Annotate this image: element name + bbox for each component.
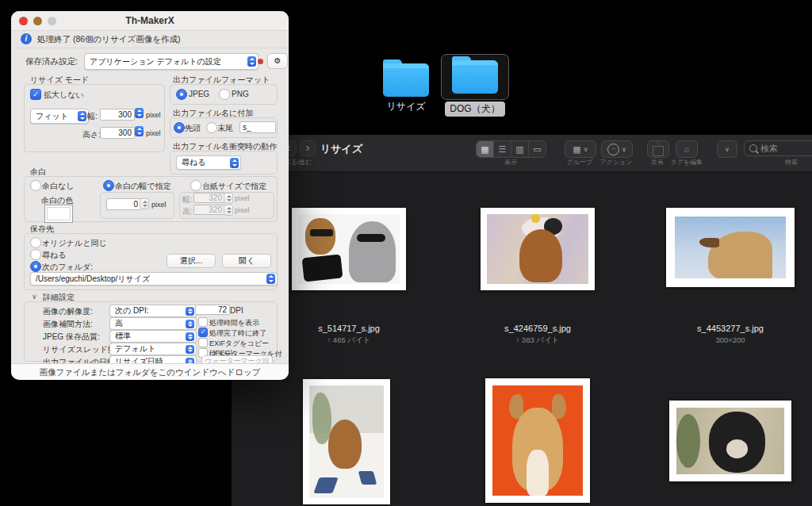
width-label: 幅: [87,111,98,122]
photo-shape [349,221,396,282]
no-margin-radio[interactable] [30,180,41,191]
search-placeholder: 検索 [760,143,778,155]
folder-label[interactable]: リサイズ [374,100,438,113]
thumbnail-image[interactable] [298,214,400,284]
height-input[interactable] [100,127,135,139]
forward-icon: › [306,140,310,154]
view-switcher[interactable]: ▦ ☰ ▥ ▭ [476,140,546,158]
quality-value: 標準 [115,331,131,342]
paper-w-label: 幅: [182,194,193,205]
info-icon: i [21,33,32,44]
thumbnail-dog-cat-selfie[interactable] [292,208,406,290]
margin-width-radio[interactable] [103,180,114,191]
thumbnail-image[interactable] [309,385,384,498]
search-icon [749,144,757,152]
photo-shape [328,420,361,469]
margin-width-label: 余白の幅で指定 [115,181,170,192]
forward-button[interactable]: › [300,140,316,156]
dpi-input[interactable] [195,305,230,315]
show-time-checkbox[interactable] [198,317,208,327]
file-name[interactable]: s_4453277_s.jpg [659,324,802,333]
paper-size-radio[interactable] [190,180,201,191]
png-radio[interactable] [219,89,230,100]
thumbnail-dog-cow-costume[interactable] [481,208,595,290]
thumbnail-image[interactable] [676,408,784,474]
toolbar-overflow-button[interactable]: ∨ [717,140,737,158]
resolution-label: 画像の解像度: [43,306,93,317]
file-name[interactable]: s_514717_s.jpg [278,324,420,333]
prefix-label: 先頭 [185,123,201,134]
width-unit: pixel [146,111,161,119]
resolution-popup[interactable]: 次の DPI: [109,305,197,317]
drop-hint-bar[interactable]: 画像ファイルまたはフォルダをこのウインドウへドロップ [11,363,289,380]
share-button: ↑ [647,140,669,158]
quality-popup[interactable]: 標準 [109,330,197,343]
fit-mode-popup[interactable]: フィット [30,109,89,124]
folder-icon[interactable] [452,60,498,94]
thumbnail-black-dog-sand[interactable] [669,401,791,481]
file-meta: 300×200 [659,335,802,344]
conflict-popup[interactable]: 尋ねる [176,155,241,170]
height-stepper[interactable] [135,126,144,136]
ask-folder-radio[interactable] [30,249,41,260]
check-icon: ✓ [33,90,39,98]
finder-toolbar[interactable]: ‹ › 戻る/進む リサイズ ▦ ☰ ▥ ▭ 表示 ▦∨ グループ ···∨ ア… [232,135,812,172]
next-folder-radio[interactable] [30,261,41,272]
photo-shape [699,238,719,247]
share-icon: ↑ [653,146,664,156]
file-name[interactable]: s_4246759_s.jpg [466,324,609,333]
drop-hint-text: 画像ファイルまたはフォルダをこのウインドウへドロップ [40,367,261,377]
disclosure-triangle-icon[interactable]: ∨ [32,293,37,301]
interp-popup[interactable]: 高 [109,317,197,330]
margin-width-stepper[interactable] [140,198,149,209]
action-button[interactable]: ···∨ [601,140,633,158]
thumbnail-image[interactable] [675,217,786,278]
search-input[interactable]: 検索 [744,140,812,156]
grid-view-icon[interactable]: ▦ [477,141,493,157]
margin-width-input[interactable] [106,198,141,210]
thumbnail-chihuahua-bed[interactable] [303,379,390,504]
desktop-folder-dog[interactable]: DOG（犬） [441,54,509,117]
margin-color-well[interactable] [44,205,73,223]
thumbnail-image[interactable] [487,214,588,284]
width-input[interactable] [100,109,135,121]
list-view-icon[interactable]: ☰ [493,141,511,157]
group-label: グループ [560,158,599,167]
popup-caret-icon [186,307,194,316]
preset-gear-button[interactable]: ⚙ [267,53,288,69]
window-title: Th-MakerX [11,15,289,26]
folder-icon[interactable] [383,63,429,97]
no-upscale-checkbox[interactable]: ✓ [30,89,41,100]
margin-unit: pixel [151,201,167,209]
desktop-folder-resize[interactable]: リサイズ [374,59,438,113]
preset-popup[interactable]: アプリケーション デフォルトの設定 [84,53,259,70]
append-text-input[interactable] [239,121,276,133]
open-button[interactable]: 開く [222,254,271,268]
thumbnail-corgi-orange[interactable] [485,378,590,503]
photo-shape [519,229,562,282]
suffix-radio[interactable] [206,122,217,133]
prefix-radio[interactable] [174,122,185,133]
destination-path-combo[interactable]: /Users/eguchi/Desktop/リサイズ [30,272,278,286]
gallery-view-icon[interactable]: ▭ [528,141,546,157]
photo-shape [314,477,339,493]
thumbnail-dachshund-sky[interactable] [666,208,795,287]
edit-tags-button: ⌀ [676,140,698,158]
no-margin-label: 余白なし [42,181,74,192]
photo-shape [676,414,700,467]
thumbnail-image[interactable] [492,385,583,496]
folder-label[interactable]: DOG（犬） [445,102,504,117]
copy-exif-checkbox[interactable] [198,338,208,347]
popup-caret-icon [230,158,239,168]
jpeg-radio[interactable] [176,89,187,100]
group-button[interactable]: ▦∨ [565,140,596,158]
same-folder-radio[interactable] [30,237,41,248]
quit-done-checkbox[interactable]: ✓ [198,328,208,337]
app-titlebar[interactable]: Th-MakerX [11,11,289,31]
threads-popup[interactable]: デフォルト [109,343,197,355]
column-view-icon[interactable]: ▥ [511,141,528,157]
photo-shape [726,439,748,458]
choose-button[interactable]: 選択... [167,254,216,268]
width-stepper[interactable] [135,108,144,118]
quit-done-label: 処理完了時に終了 [209,328,266,339]
